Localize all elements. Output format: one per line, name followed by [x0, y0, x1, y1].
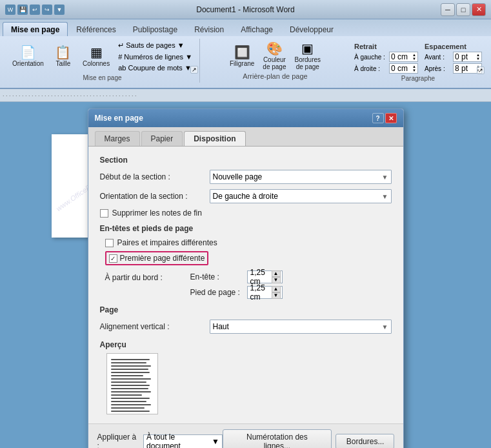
entete-spin-input[interactable]: 1,25 cm ▲ ▼ [247, 270, 283, 283]
retrait-droite-row: À droite : 0 cm ▲▼ [354, 63, 418, 74]
debut-arrow: ▼ [382, 174, 388, 181]
espacement-avant-input[interactable]: 0 pt ▲▼ [453, 52, 482, 62]
alignement-arrow: ▼ [382, 323, 388, 331]
bordures-page-icon: ▣ [301, 42, 314, 55]
preview-line-6 [111, 375, 143, 376]
tab-references[interactable]: Références [68, 22, 124, 36]
entete-down-arrow[interactable]: ▼ [272, 277, 281, 283]
apercu-section: Aperçu [100, 340, 392, 414]
pied-up-arrow[interactable]: ▲ [272, 286, 281, 292]
maximize-button[interactable]: □ [456, 3, 470, 16]
preview-line-18 [111, 414, 147, 414]
tab-mise-en-page[interactable]: Mise en page [3, 22, 68, 36]
pied-down-arrow[interactable]: ▼ [272, 292, 281, 299]
taille-button[interactable]: 📋 Taille [49, 44, 77, 69]
orientation-select[interactable]: De gauche à droite ▼ [210, 189, 392, 203]
retrait-droite-spin[interactable]: ▲▼ [412, 65, 416, 72]
retrait-gauche-label: À gauche : [354, 54, 386, 61]
paragraphe-group-label: Paragraphe [401, 75, 435, 82]
numerotation-button[interactable]: Numérotation des lignes... [223, 429, 332, 448]
pied-spin-arrows[interactable]: ▲ ▼ [272, 286, 281, 299]
filigrane-button[interactable]: 🔲 Filigrane [226, 44, 257, 69]
entetes-heading: En-têtes et pieds de page [100, 224, 392, 233]
debut-select[interactable]: Nouvelle page ▼ [210, 170, 392, 184]
alignement-select[interactable]: Haut ▼ [210, 320, 392, 334]
bordures-dialog-button[interactable]: Bordures... [336, 434, 394, 448]
save-icon[interactable]: 💾 [17, 5, 28, 15]
entete-spin-row: En-tête : 1,25 cm ▲ ▼ [190, 270, 283, 283]
paragraphe-expand[interactable]: ↗ [477, 66, 485, 74]
notes-row: Supprimer les notes de fin [100, 209, 392, 218]
dropdown-icon[interactable]: ▼ [54, 5, 65, 15]
preview-line-14 [111, 401, 146, 402]
colonnes-label: Colonnes [83, 60, 110, 67]
sauts-button[interactable]: ↵ Sauts de pages ▼ [115, 40, 195, 51]
tab-publipostage[interactable]: Publipostage [125, 22, 186, 36]
numeros-button[interactable]: # Numéros de lignes ▼ [115, 52, 195, 62]
mise-en-page-expand[interactable]: ↗ [190, 66, 198, 74]
mise-en-page-items: 📄 Orientation 📋 Taille ▦ Colonnes ↵ Saut… [9, 40, 195, 73]
espacement-avant-spin[interactable]: ▲▼ [476, 53, 480, 61]
preview-line-9 [111, 385, 150, 386]
entete-up-arrow[interactable]: ▲ [272, 270, 281, 277]
orientation-button[interactable]: 📄 Orientation [9, 44, 47, 69]
arriere-plan-items: 🔲 Filigrane 🎨 Couleurde page ▣ Borduresd… [226, 40, 324, 72]
retrait-droite-input[interactable]: 0 cm ▲▼ [389, 63, 418, 74]
dialog-tab-papier[interactable]: Papier [141, 131, 183, 146]
orientation-row: Orientation de la section : De gauche à … [100, 189, 392, 203]
preview-line-11 [111, 391, 151, 392]
bordures-page-label: Borduresde page [294, 56, 321, 70]
window-controls: ─ □ ✕ [441, 3, 486, 16]
dialog-tab-marges[interactable]: Marges [95, 131, 140, 146]
tab-affichage[interactable]: Affichage [232, 22, 281, 36]
mise-en-page-group-label: Mise en page [83, 74, 121, 81]
premiere-label: Première page différente [120, 254, 205, 263]
paires-checkbox[interactable] [105, 239, 114, 247]
premiere-checkbox[interactable]: ✓ [109, 254, 117, 263]
dialog-title-bar: Mise en page ? ✕ [88, 109, 403, 127]
pied-spin-input[interactable]: 1,25 cm ▲ ▼ [247, 286, 283, 299]
entete-spin-label: En-tête : [190, 272, 242, 281]
dialog-close-button[interactable]: ✕ [385, 113, 397, 123]
appliquer-select[interactable]: À tout le document ▼ [143, 434, 223, 448]
dialog-tab-disposition[interactable]: Disposition [184, 131, 245, 146]
preview-line-15 [111, 404, 151, 405]
tab-revision[interactable]: Révision [186, 22, 232, 36]
preview-line-1 [111, 359, 150, 360]
retrait-gauche-value: 0 cm [391, 52, 408, 61]
orientation-section-label: Orientation de la section : [100, 192, 210, 201]
retrait-droite-value: 0 cm [391, 64, 408, 73]
tab-developpeur[interactable]: Développeur [281, 22, 342, 36]
couleur-button[interactable]: 🎨 Couleurde page [259, 40, 289, 72]
undo-icon[interactable]: ↩ [30, 5, 40, 15]
appliquer-row: Appliquer à : À tout le document ▼ [97, 433, 223, 448]
minimize-button[interactable]: ─ [441, 3, 455, 16]
ribbon-group-paragraphe: Retrait À gauche : 0 cm ▲▼ À droite : 0 … [350, 39, 486, 83]
orientation-icon: 📄 [20, 46, 36, 59]
colonnes-button[interactable]: ▦ Colonnes [79, 44, 113, 69]
page-heading: Page [100, 305, 392, 314]
dialog-title-controls: ? ✕ [372, 113, 397, 123]
notes-checkbox[interactable] [100, 209, 108, 218]
mise-en-page-dialog: Mise en page ? ✕ Marges Papier Dispositi… [88, 108, 404, 448]
bordures-page-button[interactable]: ▣ Borduresde page [291, 40, 324, 72]
dialog-title-text: Mise en page [95, 114, 143, 123]
preview-line-16 [111, 407, 145, 409]
debut-label: Début de la section : [100, 172, 210, 181]
entete-spin-arrows[interactable]: ▲ ▼ [272, 270, 281, 283]
preview-line-2 [111, 362, 146, 363]
dialog-tabs: Marges Papier Disposition [88, 127, 403, 147]
couleur-icon: 🎨 [266, 42, 283, 55]
window-title: Document1 - Microsoft Word [196, 5, 295, 14]
preview-line-8 [111, 382, 146, 383]
retrait-gauche-spin[interactable]: ▲▼ [412, 53, 416, 61]
alignement-row: Alignement vertical : Haut ▼ [100, 320, 392, 334]
coupure-button[interactable]: ab Coupure de mots ▼ [115, 63, 195, 73]
close-button[interactable]: ✕ [472, 3, 486, 16]
appliquer-arrow: ▼ [212, 437, 219, 446]
dialog-help-button[interactable]: ? [372, 113, 384, 123]
retrait-gauche-input[interactable]: 0 cm ▲▼ [389, 52, 418, 62]
redo-icon[interactable]: ↪ [42, 5, 52, 15]
indent-group: À partir du bord : En-tête : 1,25 cm ▲ ▼ [105, 270, 392, 299]
ruler: · · · · · · · · · · · · · · · · · · · · … [0, 89, 491, 102]
